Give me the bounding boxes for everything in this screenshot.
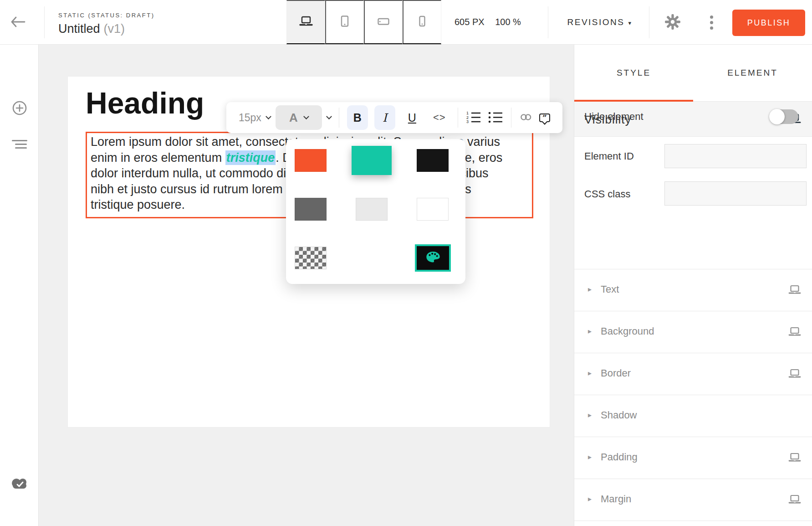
- unordered-list-icon: [488, 111, 503, 125]
- device-preview-tabs: [286, 0, 441, 44]
- color-swatch-transparent[interactable]: [295, 247, 327, 269]
- revisions-dropdown[interactable]: REVISIONS▾: [561, 0, 638, 44]
- chevron-right-icon: ▸: [588, 369, 592, 377]
- add-element-button[interactable]: [0, 96, 39, 121]
- text-color-picker-popup: [286, 139, 465, 284]
- section-padding[interactable]: ▸Padding: [574, 437, 812, 479]
- kebab-menu-icon: [705, 15, 718, 30]
- topbar-divider: [44, 6, 45, 38]
- color-swatch-light-gray[interactable]: [356, 198, 388, 221]
- ordered-list-icon: 123: [466, 111, 481, 125]
- publish-button[interactable]: PUBLISH: [732, 10, 805, 36]
- css-class-input[interactable]: [664, 181, 807, 206]
- chevron-down-icon: [326, 113, 332, 119]
- toolbar-divider: [339, 108, 339, 128]
- top-bar: STATIC (STATUS: DRAFT) Untitled(v1) 605 …: [0, 0, 812, 45]
- color-swatch-white[interactable]: [417, 198, 449, 221]
- section-label: Background: [601, 325, 654, 337]
- toolbar-divider: [458, 108, 458, 128]
- color-swatch-orange[interactable]: [295, 149, 327, 172]
- toolbar-link-button[interactable]: [519, 112, 533, 124]
- section-label: Margin: [601, 493, 631, 505]
- toolbar-code-button[interactable]: <>: [429, 105, 450, 130]
- toolbar-unordered-list-button[interactable]: [488, 111, 503, 125]
- document-info: STATIC (STATUS: DRAFT) Untitled(v1): [58, 12, 154, 36]
- document-title-text: Untitled: [58, 22, 100, 36]
- section-margin[interactable]: ▸Margin: [574, 479, 812, 521]
- toolbar-font-size-button[interactable]: 15px: [239, 112, 271, 124]
- topbar-divider: [548, 6, 548, 38]
- arrow-left-icon: [10, 22, 26, 29]
- toolbar-font-size-value: 15px: [239, 112, 261, 124]
- color-swatch-custom-color[interactable]: [415, 244, 451, 272]
- topbar-divider: [649, 6, 649, 38]
- toolbar-underline-button[interactable]: U: [402, 105, 423, 130]
- revisions-label: REVISIONS: [567, 17, 624, 27]
- toolbar-italic-button[interactable]: I: [374, 105, 395, 130]
- section-label: Border: [601, 367, 631, 379]
- tab-style[interactable]: STYLE: [574, 45, 693, 101]
- color-swatch-black[interactable]: [417, 149, 449, 172]
- document-title: Untitled(v1): [58, 22, 154, 36]
- color-swatch-dark-gray[interactable]: [295, 198, 327, 221]
- hide-element-toggle[interactable]: [770, 109, 798, 124]
- color-swatch-teal[interactable]: [352, 146, 392, 175]
- laptop-icon: [788, 327, 801, 339]
- section-label: Shadow: [601, 409, 637, 421]
- viewport-stats: 605 PX 100 %: [455, 17, 521, 27]
- section-label: Text: [601, 284, 619, 295]
- toolbar-more-formatting-button[interactable]: [327, 116, 331, 120]
- settings-button[interactable]: [664, 14, 681, 31]
- left-sidebar: [0, 45, 39, 526]
- section-shadow[interactable]: ▸Shadow: [574, 395, 812, 437]
- laptop-icon: [788, 369, 801, 381]
- chevron-right-icon: ▸: [588, 285, 592, 294]
- laptop-icon: [788, 495, 801, 506]
- chevron-down-icon: [266, 113, 271, 119]
- section-label: Padding: [601, 451, 638, 463]
- chevron-right-icon: ▸: [588, 495, 592, 503]
- settings-panel: STYLEELEMENT Visibility Hide element Ele…: [574, 45, 812, 526]
- svg-text:1: 1: [466, 111, 469, 115]
- text-color-letter: A: [289, 111, 298, 125]
- back-button[interactable]: [7, 14, 29, 31]
- toolbar-divider: [511, 108, 511, 128]
- tablet-icon: [338, 15, 351, 29]
- device-tab-mobile-landscape[interactable]: [364, 0, 403, 44]
- device-tab-tablet[interactable]: [325, 0, 364, 44]
- element-id-input[interactable]: [664, 144, 807, 168]
- plus-circle-icon: [11, 111, 28, 118]
- device-tab-mobile[interactable]: [403, 0, 441, 44]
- mobile-landscape-icon: [377, 15, 390, 29]
- document-status: STATIC (STATUS: DRAFT): [58, 12, 154, 19]
- toolbar-bold-button[interactable]: B: [347, 105, 368, 130]
- zoom-level: 100 %: [495, 17, 521, 27]
- chevron-right-icon: ▸: [588, 327, 592, 335]
- saved-cloud-check-icon: [9, 475, 30, 490]
- quote-icon: ”: [539, 113, 550, 122]
- laptop-icon: [788, 453, 801, 464]
- element-id-label: Element ID: [584, 150, 634, 162]
- css-class-label: CSS class: [584, 188, 630, 200]
- toggle-knob: [769, 109, 785, 124]
- more-options-button[interactable]: [705, 13, 718, 32]
- highlighted-word[interactable]: tristique: [225, 150, 276, 165]
- link-icon: [519, 112, 533, 124]
- chevron-right-icon: ▸: [588, 453, 592, 461]
- settings-panel-tabs: STYLEELEMENT: [574, 45, 812, 102]
- laptop-icon: [788, 285, 801, 297]
- page-heading[interactable]: Heading: [86, 88, 204, 119]
- section-background[interactable]: ▸Background: [574, 311, 812, 353]
- toolbar-text-color-button[interactable]: A: [276, 105, 322, 130]
- caret-down-icon: ▾: [628, 20, 632, 26]
- toolbar-quote-button[interactable]: ”: [539, 113, 550, 122]
- toolbar-ordered-list-button[interactable]: 123: [466, 111, 481, 125]
- desktop-icon: [299, 16, 313, 28]
- gear-icon: [664, 25, 681, 31]
- layers-button[interactable]: [0, 130, 39, 156]
- tab-element[interactable]: ELEMENT: [693, 45, 812, 101]
- section-border[interactable]: ▸Border: [574, 353, 812, 395]
- section-text[interactable]: ▸Text: [574, 269, 812, 311]
- svg-text:3: 3: [466, 119, 469, 124]
- device-tab-desktop[interactable]: [286, 0, 325, 44]
